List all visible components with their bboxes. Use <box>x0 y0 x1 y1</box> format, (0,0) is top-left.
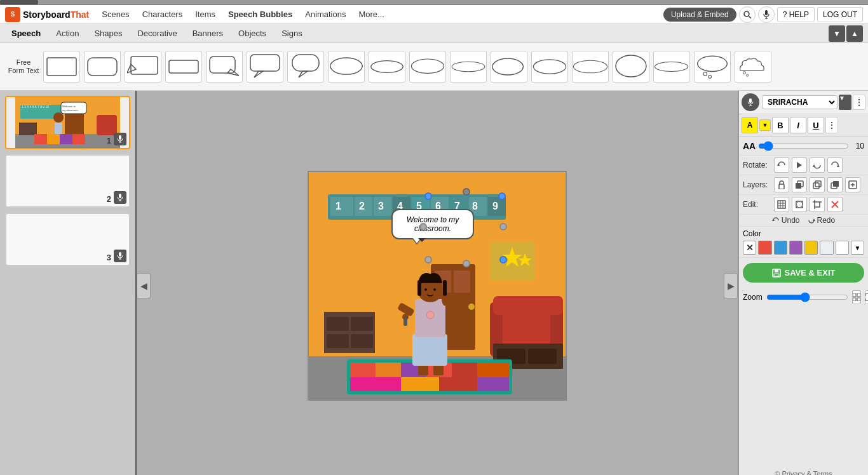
color-red-swatch[interactable] <box>758 241 771 255</box>
font-size-slider[interactable] <box>758 141 849 151</box>
subnav-speech[interactable]: Speech <box>5 26 47 41</box>
layer-lock-button[interactable] <box>774 177 789 192</box>
scroll-down-button[interactable]: ▼ <box>829 25 845 42</box>
nav-animations[interactable]: Animations <box>300 7 351 22</box>
layer-extra-button[interactable] <box>845 177 860 192</box>
color-light-swatch[interactable] <box>820 241 833 255</box>
nav-speech-bubbles[interactable]: Speech Bubbles <box>223 7 297 22</box>
subnav-action[interactable]: Action <box>50 26 85 41</box>
subnav-banners[interactable]: Banners <box>186 26 229 41</box>
bubble-thin-oval[interactable] <box>369 51 405 83</box>
rotate-play-button[interactable] <box>792 157 807 173</box>
save-exit-button[interactable]: SAVE & EXIT <box>743 263 864 283</box>
underline-button[interactable]: U <box>808 117 824 133</box>
color-yellow-swatch[interactable] <box>804 241 818 255</box>
rotate-ccw-button[interactable] <box>774 157 789 173</box>
zoom-fit-button[interactable] <box>852 290 861 304</box>
top-navigation: S StoryboardThat Scenes Characters Items… <box>0 5 868 24</box>
subnav-shapes[interactable]: Shapes <box>88 26 128 41</box>
bubble-thought-dots[interactable] <box>694 51 731 83</box>
bubble-right-tail[interactable] <box>206 51 243 83</box>
handle-bl[interactable] <box>424 256 432 264</box>
canvas-left-arrow[interactable]: ◀ <box>137 273 151 298</box>
bubble-bottom-tail[interactable] <box>247 51 283 83</box>
nav-items[interactable]: Items <box>190 7 220 22</box>
redo-button[interactable]: Redo <box>808 216 836 225</box>
nav-more[interactable]: More... <box>353 7 389 22</box>
top-scrollbar[interactable] <box>0 0 868 5</box>
right-panel-mic-button[interactable] <box>742 93 759 111</box>
canvas-speech-bubble[interactable]: Welcome to my classroom. <box>391 209 474 239</box>
bubble-oval[interactable] <box>328 51 365 83</box>
handle-tl[interactable] <box>424 192 432 200</box>
bubble-round-tail[interactable] <box>287 51 324 83</box>
color-white-swatch[interactable] <box>836 241 849 255</box>
color-purple-swatch[interactable] <box>789 241 803 255</box>
bubble-rect-left-pointer[interactable] <box>125 51 161 83</box>
rotate-forward-button[interactable] <box>827 157 843 173</box>
edit-resize-button[interactable] <box>792 197 807 212</box>
bubble-wide-oval[interactable] <box>450 51 487 83</box>
bubble-plain-rect[interactable] <box>43 51 80 83</box>
scene-mic-1[interactable] <box>114 133 126 145</box>
italic-button[interactable]: I <box>790 117 806 133</box>
zoom-fullscreen-button[interactable] <box>865 290 868 304</box>
color-dropdown-button[interactable]: ▼ <box>851 241 864 255</box>
handle-tc[interactable] <box>463 188 470 196</box>
font-select[interactable]: SRIRACHA <box>762 95 837 109</box>
bubble-left-ellipse[interactable] <box>491 51 527 83</box>
svg-point-0 <box>744 11 749 17</box>
scroll-up-button[interactable]: ▲ <box>846 25 863 42</box>
scene-panel-3[interactable]: 3 <box>5 213 130 266</box>
text-more-button[interactable]: ⋮ <box>825 117 838 133</box>
font-dropdown-button[interactable]: ▼ <box>839 95 851 110</box>
canvas-right-arrow[interactable]: ▶ <box>724 273 738 298</box>
scene-mic-2[interactable] <box>114 191 126 204</box>
nav-scenes[interactable]: Scenes <box>97 7 134 22</box>
search-button[interactable] <box>739 6 756 23</box>
subnav-signs[interactable]: Signs <box>275 26 309 41</box>
text-color-button[interactable]: A <box>742 117 758 133</box>
subnav-objects[interactable]: Objects <box>232 26 273 41</box>
zoom-slider[interactable] <box>766 292 848 302</box>
bold-button[interactable]: B <box>772 117 789 133</box>
handle-br[interactable] <box>499 256 507 264</box>
edit-crop-button[interactable] <box>810 197 825 212</box>
bubble-medium-oval[interactable] <box>409 51 446 83</box>
mic-button[interactable] <box>758 6 775 23</box>
scene-mic-3[interactable] <box>114 250 126 262</box>
app-logo: S StoryboardThat <box>5 7 89 22</box>
nav-characters[interactable]: Characters <box>137 7 188 22</box>
subnav-decorative[interactable]: Decorative <box>131 26 183 41</box>
bubble-flat-oval[interactable] <box>653 51 690 83</box>
color-picker-btn[interactable]: ▼ <box>759 119 771 131</box>
bubble-thought-cloud[interactable] <box>735 51 771 83</box>
svg-point-20 <box>492 58 524 75</box>
layer-back-button[interactable] <box>827 177 843 192</box>
handle-bc[interactable] <box>463 260 470 267</box>
more-options-button[interactable]: ⋮ <box>853 95 865 110</box>
handle-tr[interactable] <box>498 192 506 200</box>
edit-table-button[interactable] <box>774 197 789 212</box>
upload-embed-button[interactable]: Upload & Embed <box>663 8 736 22</box>
layer-copy-button[interactable] <box>810 177 825 192</box>
layer-front-button[interactable] <box>792 177 807 192</box>
scene-panel-2[interactable]: 2 <box>5 154 130 208</box>
bubble-right-ellipse[interactable] <box>572 51 609 83</box>
handle-mr[interactable] <box>499 223 507 231</box>
help-button[interactable]: ? HELP <box>777 7 815 22</box>
color-blue-swatch[interactable] <box>774 241 787 255</box>
bubble-full-oval[interactable] <box>613 51 649 83</box>
color-none-button[interactable]: ✕ <box>743 241 756 255</box>
rotate-back-button[interactable] <box>810 157 825 173</box>
logout-button[interactable]: LOG OUT <box>817 7 863 22</box>
scrollbar-thumb[interactable] <box>0 0 38 4</box>
handle-ml[interactable] <box>419 223 427 231</box>
undo-button[interactable]: Undo <box>772 216 800 225</box>
bubble-mid-ellipse[interactable] <box>531 51 568 83</box>
scene-panel-1[interactable]: 1 2 3 4 5 6 7 8 9 10 Welcome to my cl <box>5 96 130 149</box>
bubble-wide-rect[interactable] <box>165 51 202 83</box>
edit-delete-button[interactable] <box>827 197 843 212</box>
sub-navigation: Speech Action Shapes Decorative Banners … <box>0 24 868 43</box>
bubble-rounded-rect[interactable] <box>84 51 121 83</box>
